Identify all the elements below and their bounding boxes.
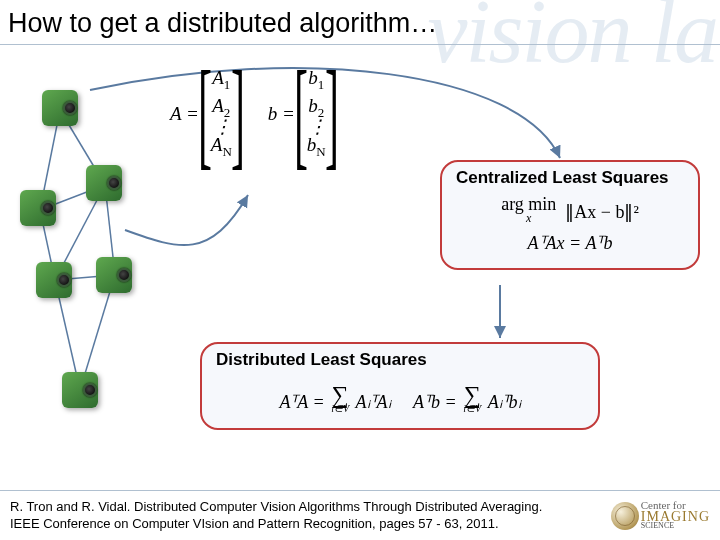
camera-node [20,190,56,226]
matrix-definition: A = [ A1 A2 ⋮ AN ] b = [ b1 b2 ⋮ bN ] [170,56,332,171]
cls-title: Centralized Least Squares [456,168,684,188]
citation-line2: IEEE Conference on Computer VIsion and P… [10,516,542,533]
logo-sphere-icon [611,502,639,530]
imaging-logo: Center for IMAGING SCIENCE [611,501,710,529]
citation: R. Tron and R. Vidal. Distributed Comput… [10,499,542,533]
diagram-canvas: A = [ A1 A2 ⋮ AN ] b = [ b1 b2 ⋮ bN ] Ce… [0,50,720,490]
camera-node [36,262,72,298]
cls-equations: arg minx ‖Ax − b‖² AᵀAx = Aᵀb [456,192,684,258]
bracket-left: [ [294,56,308,171]
camera-node [42,90,78,126]
camera-node [96,257,132,293]
citation-line1: R. Tron and R. Vidal. Distributed Comput… [10,499,542,516]
page-title: How to get a distributed algorithm… [8,8,437,39]
bracket-right: ] [325,56,339,171]
camera-node [86,165,122,201]
title-divider [0,44,720,45]
b-label: b = [268,103,295,125]
logo-suffix: SCIENCE [641,523,710,530]
bracket-left: [ [198,56,212,171]
b-column: b1 b2 ⋮ bN [307,67,326,160]
a-column: A1 A2 ⋮ AN [211,67,232,160]
dls-equations: AᵀA = ∑i∈V AᵢᵀAᵢ Aᵀb = ∑i∈V Aᵢᵀbᵢ [216,374,584,418]
dls-title: Distributed Least Squares [216,350,584,370]
footer: R. Tron and R. Vidal. Distributed Comput… [0,490,720,540]
distributed-box: Distributed Least Squares AᵀA = ∑i∈V Aᵢᵀ… [200,342,600,430]
centralized-box: Centralized Least Squares arg minx ‖Ax −… [440,160,700,270]
camera-node [62,372,98,408]
bracket-right: ] [231,56,245,171]
a-label: A = [170,103,199,125]
